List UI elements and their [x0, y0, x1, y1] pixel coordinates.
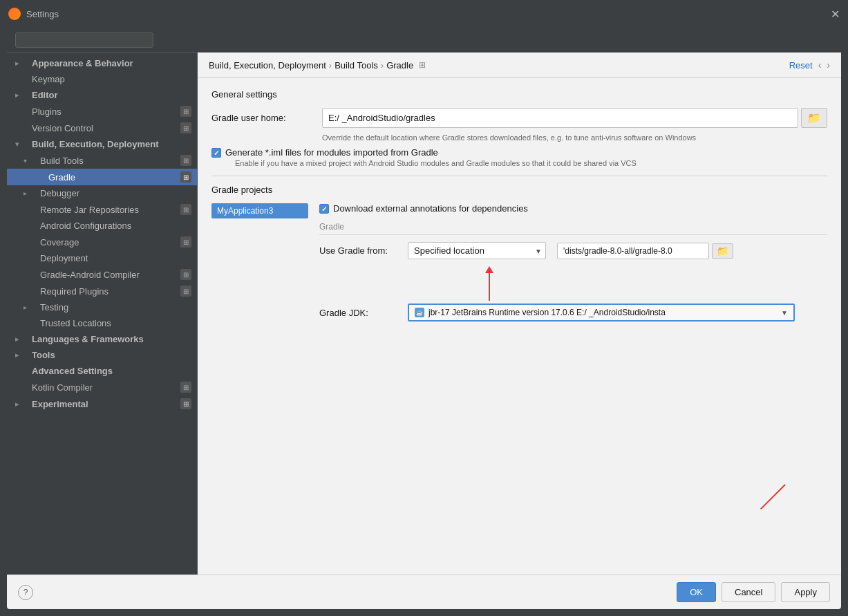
- gradle-subsection-title: Gradle: [319, 222, 827, 235]
- dialog-header: [7, 28, 841, 53]
- title-bar-text: Settings: [26, 9, 825, 19]
- use-gradle-from-label: Use Gradle from:: [319, 245, 402, 256]
- sidebar-item-debugger[interactable]: ▸ Debugger: [7, 185, 197, 201]
- settings-dialog: ▸ Appearance & Behavior Keymap ▸ Editor: [7, 28, 841, 609]
- gradle-user-home-hint: Override the default location where Grad…: [322, 133, 827, 142]
- right-panel: Build, Execution, Deployment › Build Too…: [198, 53, 841, 575]
- help-button[interactable]: ?: [18, 585, 33, 600]
- section-divider: [211, 176, 827, 176]
- gradle-user-home-field[interactable]: E:/ _AndroidStudio/gradles: [322, 108, 798, 128]
- coverage-badge: ⊞: [180, 236, 191, 248]
- sidebar-item-remote-jar[interactable]: Remote Jar Repositories ⊞: [7, 201, 197, 218]
- sidebar-item-gradle-android[interactable]: Gradle-Android Compiler ⊞: [7, 266, 197, 283]
- generate-iml-hint: Enable if you have a mixed project with …: [235, 159, 637, 167]
- version-control-badge: ⊞: [180, 122, 191, 133]
- breadcrumb-item-build: Build, Execution, Deployment: [209, 60, 326, 71]
- sidebar-item-kotlin-compiler[interactable]: Kotlin Compiler ⊞: [7, 379, 197, 395]
- sidebar-item-languages[interactable]: ▸ Languages & Frameworks: [7, 331, 197, 347]
- generate-iml-checkbox[interactable]: ✓: [211, 148, 221, 158]
- sidebar: ▸ Appearance & Behavior Keymap ▸ Editor: [7, 53, 198, 575]
- download-annotations-label: Download external annotations for depend…: [333, 203, 528, 214]
- project-item[interactable]: MyApplication3: [211, 203, 308, 218]
- ok-button[interactable]: OK: [677, 582, 716, 602]
- gradle-path-field[interactable]: 'dists/gradle-8.0-all/gradle-8.0: [557, 243, 709, 259]
- experimental-badge: ⊞: [180, 398, 191, 409]
- sidebar-item-tools[interactable]: ▸ Tools: [7, 347, 197, 363]
- gradle-home-browse-button[interactable]: 📁: [801, 108, 827, 128]
- arrow-diagonal-body: [760, 484, 786, 510]
- generate-iml-row: ✓ Generate *.iml files for modules impor…: [211, 147, 827, 167]
- red-arrow-up-annotation: [485, 266, 493, 301]
- gradle-user-home-row: Gradle user home: E:/ _AndroidStudio/gra…: [211, 108, 827, 128]
- close-button[interactable]: ✕: [831, 8, 840, 21]
- sidebar-item-experimental[interactable]: ▸ Experimental ⊞: [7, 395, 197, 412]
- arrow-down-icon: ▾: [15, 140, 29, 148]
- use-gradle-from-select[interactable]: Specified location Gradle wrapper Local …: [408, 242, 546, 259]
- sidebar-item-advanced-settings[interactable]: Advanced Settings: [7, 363, 197, 379]
- sidebar-item-gradle[interactable]: Gradle ⊞: [7, 169, 197, 185]
- nav-back-button[interactable]: ‹: [818, 59, 822, 71]
- arrow-icon: ▸: [23, 189, 37, 197]
- remote-jar-badge: ⊞: [180, 204, 191, 215]
- gradle-projects-title: Gradle projects: [211, 185, 827, 195]
- reset-button[interactable]: Reset: [789, 60, 813, 71]
- cancel-button[interactable]: Cancel: [722, 582, 775, 602]
- arrow-icon: ▸: [15, 91, 29, 99]
- bottom-arrow-annotation: [784, 485, 786, 519]
- sidebar-item-appearance[interactable]: ▸ Appearance & Behavior: [7, 55, 197, 71]
- download-annotations-checkbox[interactable]: ✓: [319, 204, 329, 214]
- checkbox-check-icon: ✓: [321, 205, 327, 213]
- gradle-path-group: 'dists/gradle-8.0-all/gradle-8.0 📁: [557, 243, 733, 259]
- download-annotations-row: ✓ Download external annotations for depe…: [319, 203, 827, 214]
- sidebar-item-required-plugins[interactable]: Required Plugins ⊞: [7, 283, 197, 299]
- use-gradle-from-select-wrapper: Specified location Gradle wrapper Local …: [408, 242, 546, 259]
- sidebar-item-keymap[interactable]: Keymap: [7, 71, 197, 87]
- footer-left: ?: [18, 585, 33, 600]
- build-tools-badge: ⊞: [180, 155, 191, 166]
- gradle-jdk-select[interactable]: ☕ jbr-17 JetBrains Runtime version 17.0.…: [408, 304, 795, 321]
- gradle-user-home-label: Gradle user home:: [211, 113, 322, 123]
- breadcrumb: Build, Execution, Deployment › Build Too…: [198, 53, 841, 78]
- nav-forward-button[interactable]: ›: [827, 59, 830, 71]
- sidebar-item-android-config[interactable]: Android Configurations: [7, 218, 197, 234]
- breadcrumb-item-tools: Build Tools: [335, 60, 378, 71]
- sidebar-item-build-exec[interactable]: ▾ Build, Execution, Deployment: [7, 136, 197, 152]
- gradle-projects-content: MyApplication3 ✓: [211, 203, 827, 328]
- apply-button[interactable]: Apply: [781, 582, 830, 602]
- gradle-path-browse-button[interactable]: 📁: [712, 243, 733, 259]
- sidebar-item-plugins[interactable]: Plugins ⊞: [7, 103, 197, 120]
- plugins-badge: ⊞: [180, 106, 191, 117]
- gradle-jdk-label: Gradle JDK:: [319, 308, 402, 318]
- gradle-projects-section: Gradle projects MyApplication3: [211, 185, 827, 328]
- general-settings-title: General settings: [211, 89, 827, 100]
- sidebar-item-trusted-locations[interactable]: Trusted Locations: [7, 315, 197, 331]
- footer-right: OK Cancel Apply: [677, 582, 830, 602]
- arrow-icon: ▸: [15, 400, 29, 408]
- use-gradle-from-row: Use Gradle from: Specified location Grad…: [319, 242, 827, 259]
- gradle-settings: ✓ Download external annotations for depe…: [319, 203, 827, 328]
- arrow-icon: ▸: [15, 59, 29, 67]
- arrow-icon: ▸: [15, 335, 29, 343]
- sidebar-item-editor[interactable]: ▸ Editor: [7, 87, 197, 103]
- gradle-user-home-input-group: E:/ _AndroidStudio/gradles 📁: [322, 108, 827, 128]
- jdk-text: jbr-17 JetBrains Runtime version 17.0.6 …: [428, 308, 666, 317]
- sidebar-item-version-control[interactable]: Version Control ⊞: [7, 120, 197, 136]
- settings-window: Settings ✕ ▸ Appearance & Behavior: [0, 0, 848, 616]
- project-list: MyApplication3: [211, 203, 308, 328]
- main-content: ▸ Appearance & Behavior Keymap ▸ Editor: [7, 53, 841, 575]
- sidebar-item-deployment[interactable]: Deployment: [7, 250, 197, 266]
- search-input[interactable]: [15, 32, 153, 48]
- sidebar-item-coverage[interactable]: Coverage ⊞: [7, 234, 197, 250]
- dialog-footer: ? OK Cancel Apply: [7, 575, 841, 609]
- gradle-jdk-row: Gradle JDK: ☕ jbr-17 JetBrains Runtime v…: [319, 304, 827, 321]
- breadcrumb-sep-1: ›: [329, 60, 332, 71]
- breadcrumb-sep-2: ›: [381, 60, 384, 71]
- table-icon: ⊞: [419, 60, 426, 70]
- arrow-annotation-container: [319, 266, 827, 301]
- generate-iml-label: Generate *.iml files for modules importe…: [225, 147, 637, 158]
- app-icon: [8, 8, 21, 20]
- sidebar-item-testing[interactable]: ▸ Testing: [7, 299, 197, 315]
- sidebar-item-build-tools[interactable]: ▾ Build Tools ⊞: [7, 152, 197, 169]
- kotlin-compiler-badge: ⊞: [180, 382, 191, 393]
- general-settings-section: General settings Gradle user home: E:/ _…: [211, 89, 827, 167]
